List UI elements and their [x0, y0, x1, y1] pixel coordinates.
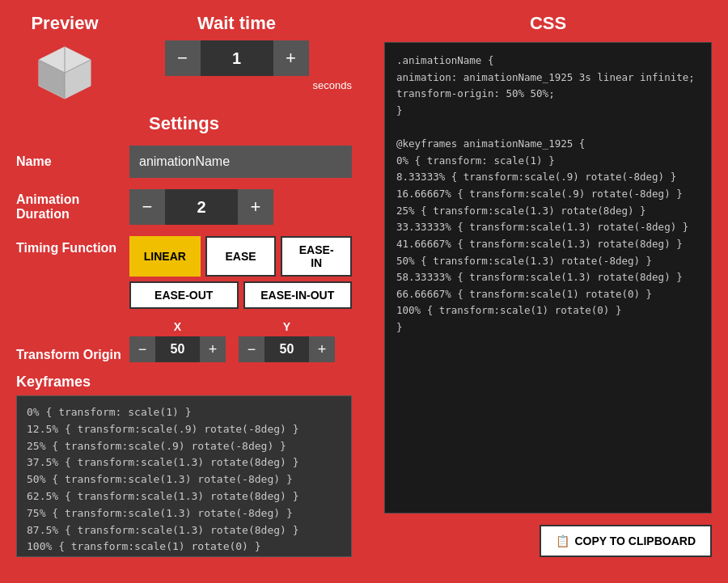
origin-y-label: Y [283, 320, 290, 333]
css-box: .animationName { animation: animationNam… [384, 42, 712, 513]
css-title: CSS [384, 13, 712, 34]
origin-x-group: X − 50 + [129, 320, 226, 362]
preview-wait-row: Preview Wait time − 1 [16, 13, 352, 105]
origin-y-stepper: − 50 + [239, 336, 335, 362]
origin-inputs: X − 50 + Y − 50 + [129, 320, 352, 362]
origin-y-plus-button[interactable]: + [309, 336, 335, 362]
duration-minus-button[interactable]: − [129, 189, 165, 225]
copy-button-label: COPY TO CLIPBOARD [574, 534, 696, 547]
wait-time-stepper: − 1 + [165, 40, 309, 76]
timing-buttons-group: LINEAR EASE EASE-IN EASE-OUT EASE-IN-OUT [129, 236, 352, 309]
preview-column: Preview [16, 13, 113, 105]
wait-time-column: Wait time − 1 + seconds [121, 13, 352, 91]
keyframes-box: 0% { transform: scale(1) }12.5% { transf… [16, 395, 352, 557]
timing-row-1: LINEAR EASE EASE-IN [129, 236, 352, 277]
keyframes-title: Keyframes [16, 374, 352, 391]
preview-title: Preview [31, 13, 98, 34]
timing-ease-button[interactable]: EASE [205, 236, 277, 277]
duration-plus-button[interactable]: + [238, 189, 273, 225]
copy-to-clipboard-button[interactable]: 📋 COPY TO CLIPBOARD [540, 525, 712, 557]
duration-label: Animation Duration [16, 192, 121, 222]
wait-time-minus-button[interactable]: − [165, 40, 201, 76]
clipboard-icon: 📋 [556, 534, 569, 547]
keyframes-section: Keyframes 0% { transform: scale(1) }12.5… [16, 374, 352, 557]
origin-y-minus-button[interactable]: − [239, 336, 265, 362]
timing-ease-in-button[interactable]: EASE-IN [281, 236, 352, 277]
left-panel: Preview Wait time − 1 [0, 0, 368, 570]
origin-y-value: 50 [265, 336, 309, 362]
origin-row: Transform Origin X − 50 + Y − [16, 320, 352, 362]
right-panel: CSS .animationName { animation: animatio… [368, 0, 728, 570]
seconds-label: seconds [313, 79, 352, 91]
settings-section: Settings Name Animation Duration − 2 + T… [16, 113, 352, 362]
timing-ease-out-button[interactable]: EASE-OUT [129, 281, 239, 309]
origin-x-stepper: − 50 + [129, 336, 226, 362]
timing-row-2: EASE-OUT EASE-IN-OUT [129, 281, 352, 309]
name-label: Name [16, 154, 121, 169]
origin-x-label: X [174, 320, 181, 333]
origin-x-value: 50 [155, 336, 200, 362]
duration-value: 2 [165, 189, 238, 225]
timing-linear-button[interactable]: LINEAR [129, 236, 201, 277]
name-input[interactable] [129, 146, 352, 178]
timing-label: Timing Function [16, 236, 121, 256]
origin-y-group: Y − 50 + [239, 320, 335, 362]
wait-time-title: Wait time [197, 13, 276, 34]
origin-label: Transform Origin [16, 348, 121, 362]
origin-x-minus-button[interactable]: − [129, 336, 155, 362]
wait-time-plus-button[interactable]: + [273, 40, 309, 76]
origin-x-plus-button[interactable]: + [200, 336, 226, 362]
name-row: Name [16, 146, 352, 178]
wait-time-value: 1 [201, 40, 273, 76]
timing-row: Timing Function LINEAR EASE EASE-IN EASE… [16, 236, 352, 309]
cube-icon [32, 40, 97, 105]
settings-title: Settings [16, 113, 352, 134]
duration-row: Animation Duration − 2 + [16, 189, 352, 225]
timing-ease-in-out-button[interactable]: EASE-IN-OUT [243, 281, 353, 309]
duration-stepper: − 2 + [129, 189, 273, 225]
